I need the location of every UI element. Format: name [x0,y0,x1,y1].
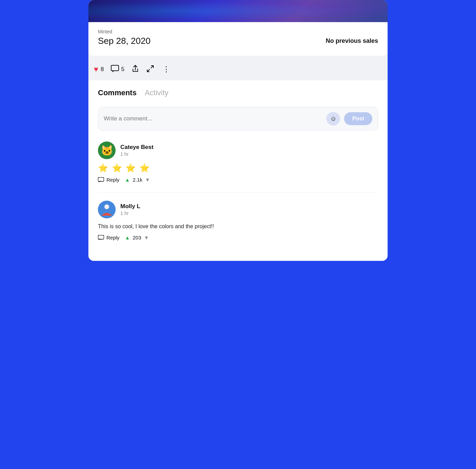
commenter-name-molly: Molly L [120,203,140,210]
comment-actions-molly: Reply ▲ 203 ▼ [98,235,378,240]
commenter-name-cateye: Cateye Best [120,144,153,151]
comments-action[interactable]: 5 [111,65,124,74]
comment-header-molly: Molly L 1 hr [98,201,378,218]
minted-row: Sep 28, 2020 No previous sales [98,36,378,46]
comment-input-row: ☺ Post [98,107,378,131]
comment-item-molly: Molly L 1 hr This is so cool, I love the… [98,201,378,240]
post-button[interactable]: Post [344,112,372,125]
reply-icon-molly [98,235,104,240]
star-4: ⭐ [139,163,150,172]
share-action[interactable] [131,65,139,74]
comment-time-cateye: 1 hr [120,151,153,157]
comments-section: Comments Activity ☺ Post 🐱 Cateye Best 1… [88,80,388,261]
tab-activity[interactable]: Activity [145,88,169,99]
reply-icon-cateye [98,177,104,183]
minted-card: Minted Sep 28, 2020 No previous sales [88,22,388,56]
more-action[interactable]: ⋮ [161,65,170,74]
artwork-header [88,0,388,22]
actions-bar: ♥ 8 5 [88,58,388,80]
avatar-molly [98,201,116,218]
reply-button-cateye[interactable]: Reply [98,177,119,183]
comment-header-cateye: 🐱 Cateye Best 1 hr [98,141,378,159]
tabs-row: Comments Activity [98,88,378,99]
artwork-overlay [88,0,388,22]
emoji-icon: ☺ [330,115,336,122]
likes-count: 8 [101,66,104,73]
svg-point-2 [98,201,116,218]
main-container: Minted Sep 28, 2020 No previous sales ♥ … [88,0,388,261]
expand-icon [146,65,154,74]
no-sales-label: No previous sales [326,37,378,45]
emoji-button[interactable]: ☺ [326,112,340,125]
avatar-molly-icon [98,201,116,218]
comment-meta-molly: Molly L 1 hr [120,203,140,216]
share-icon [131,65,139,74]
svg-rect-4 [98,235,104,239]
comment-text-molly: This is so cool, I love the colors and t… [98,222,378,231]
comment-input[interactable] [104,115,322,122]
star-3: ⭐ [125,163,136,172]
vote-row-molly: ▲ 203 ▼ [125,235,149,240]
comment-meta-cateye: Cateye Best 1 hr [120,144,153,157]
comment-actions-cateye: Reply ▲ 2.1k ▼ [98,177,378,183]
likes-action[interactable]: ♥ 8 [94,66,104,73]
vote-down-molly[interactable]: ▼ [144,235,149,240]
svg-rect-0 [111,65,119,71]
heart-icon: ♥ [94,66,98,73]
reply-label-molly: Reply [106,235,119,240]
minted-label: Minted [98,29,378,34]
svg-rect-1 [98,177,104,181]
star-1: ⭐ [98,163,109,172]
reply-button-molly[interactable]: Reply [98,235,119,240]
vote-row-cateye: ▲ 2.1k ▼ [125,177,150,183]
vote-up-cateye[interactable]: ▲ [125,177,130,183]
avatar-cateye-icon: 🐱 [101,145,113,156]
vote-up-molly[interactable]: ▲ [125,235,130,240]
vote-down-cateye[interactable]: ▼ [145,177,150,183]
expand-action[interactable] [146,65,154,74]
stars-row-cateye: ⭐ ⭐ ⭐ ⭐ [98,163,378,173]
avatar-cateye: 🐱 [98,141,116,159]
svg-point-3 [104,204,109,209]
vote-count-molly: 203 [133,235,141,240]
comment-item-cateye: 🐱 Cateye Best 1 hr ⭐ ⭐ ⭐ ⭐ [98,141,378,183]
comment-time-molly: 1 hr [120,211,140,216]
reply-label-cateye: Reply [106,177,119,183]
minted-date: Sep 28, 2020 [98,36,151,46]
comment-icon [111,65,119,74]
star-2: ⭐ [112,163,123,172]
tab-comments[interactable]: Comments [98,88,137,99]
comment-divider [98,192,378,192]
more-icon: ⋮ [163,65,170,74]
comments-count: 5 [121,66,124,73]
minted-section: Minted Sep 28, 2020 No previous sales [88,22,388,56]
vote-count-cateye: 2.1k [133,177,142,183]
